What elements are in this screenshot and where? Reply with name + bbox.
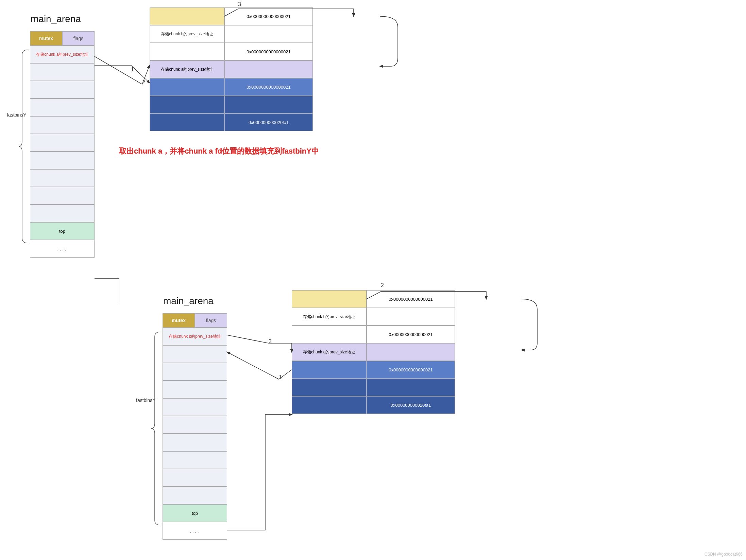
top-fastbin-row-5 xyxy=(30,134,95,152)
arrows-svg: 3 1 2 2 3 1 xyxy=(0,0,746,560)
bottom-chunk-r0-right: 0x0000000000000021 xyxy=(367,290,455,308)
bottom-chunk-r5-left xyxy=(292,379,367,396)
bottom-arena-header: mutex flags xyxy=(163,313,227,328)
top-chunk-r0-left xyxy=(150,7,224,25)
top-brace-svg xyxy=(19,50,31,243)
top-chunk-r3-right xyxy=(224,60,313,78)
bottom-fastbin-row-5 xyxy=(163,416,227,434)
top-fastbin-row-9 xyxy=(30,205,95,222)
bottom-top-row: top xyxy=(163,504,227,522)
top-chunk-r4-right: 0x0000000000000021 xyxy=(224,78,313,96)
top-fastbin-row-6 xyxy=(30,152,95,169)
bottom-chunk-r6-left xyxy=(292,396,367,414)
bottom-num-3: 3 xyxy=(269,338,272,344)
top-dots-row: .... xyxy=(30,240,95,258)
bottom-mutex-cell: mutex xyxy=(163,313,195,328)
top-arena-box: mutex flags 存储chunk a的prev_size地址 top ..… xyxy=(30,31,95,258)
desc-display: 取出chunk a，并将chunk a fd位置的数据填充到fastbinY中 xyxy=(119,146,319,156)
top-fastbin-row-7 xyxy=(30,169,95,187)
top-fastbin-row-1 xyxy=(30,63,95,81)
bottom-fastbin-row-7 xyxy=(163,451,227,469)
top-chunk-r4-left xyxy=(150,78,224,96)
main-diagram: main_arena mutex flags 存储chunk a的prev_si… xyxy=(0,0,746,560)
bottom-chunk-r1-left: 存储chunk b的prev_size地址 xyxy=(292,308,367,326)
top-fastbin-row-3 xyxy=(30,99,95,116)
bottom-fastbin-row-4 xyxy=(163,398,227,416)
top-num-3: 3 xyxy=(238,1,241,7)
bottom-chunk-r2-right: 0x0000000000000021 xyxy=(367,326,455,343)
top-chunk-block: 0x0000000000000021 存储chunk b的prev_size地址… xyxy=(150,7,313,131)
bottom-fastbin-row-3 xyxy=(163,381,227,398)
bottom-flags-cell: flags xyxy=(195,313,227,328)
bottom-chunk-r3-right xyxy=(367,343,455,361)
top-chunk-r0-right: 0x0000000000000021 xyxy=(224,7,313,25)
bottom-fastbin-row-2 xyxy=(163,363,227,381)
bottom-chunk-r4-right: 0x0000000000000021 xyxy=(367,361,455,379)
bottom-chunk-r1-right xyxy=(367,308,455,326)
top-fastbin-row-2 xyxy=(30,81,95,99)
bottom-chunk-r3-left: 存储chunk a的prev_size地址 xyxy=(292,343,367,361)
bottom-chunk-r6-right: 0x000000000020fa1 xyxy=(367,396,455,414)
bottom-fastbin-row-9 xyxy=(163,487,227,504)
top-top-row: top xyxy=(30,222,95,240)
bottom-chunk-r5-right xyxy=(367,379,455,396)
top-chunk-r1-right xyxy=(224,25,313,43)
top-fastbin-row-8 xyxy=(30,187,95,205)
top-chunk-r5-left xyxy=(150,96,224,113)
bottom-arena-box: mutex flags 存储chunk b的prev_size地址 top ..… xyxy=(163,313,227,540)
top-fastbin-row-4 xyxy=(30,116,95,134)
top-chunk-r2-right: 0x0000000000000021 xyxy=(224,43,313,60)
bottom-num-2: 2 xyxy=(381,282,384,288)
bottom-num-1: 1 xyxy=(279,374,282,380)
top-arena-header: mutex flags xyxy=(30,31,95,46)
bottom-arena-label: main_arena xyxy=(163,296,214,307)
top-num-1: 1 xyxy=(131,67,134,72)
watermark: CSDN @goodcat666 xyxy=(705,552,743,557)
top-num-2: 2 xyxy=(142,80,145,85)
bottom-chunk-r4-left xyxy=(292,361,367,379)
top-chunk-r1-left: 存储chunk b的prev_size地址 xyxy=(150,25,224,43)
top-chunk-r6-left xyxy=(150,113,224,131)
top-chunk-r5-right xyxy=(224,96,313,113)
bottom-fastbin-row-8 xyxy=(163,469,227,487)
top-flags-cell: flags xyxy=(62,31,95,46)
bottom-chunk-r2-left xyxy=(292,326,367,343)
top-chunk-r3-left: 存储chunk a的prev_size地址 xyxy=(150,60,224,78)
bottom-fastbin-row-6 xyxy=(163,434,227,451)
bottom-store-b-row: 存储chunk b的prev_size地址 xyxy=(163,328,227,345)
bottom-brace-svg xyxy=(151,332,163,525)
bottom-chunk-block: 0x0000000000000021 存储chunk b的prev_size地址… xyxy=(292,290,455,414)
top-mutex-cell: mutex xyxy=(30,31,62,46)
top-store-a-row: 存储chunk a的prev_size地址 xyxy=(30,46,95,63)
bottom-chunk-r0-left xyxy=(292,290,367,308)
top-chunk-r2-left xyxy=(150,43,224,60)
bottom-fastbin-row-1 xyxy=(163,345,227,363)
top-chunk-r6-right: 0x000000000020fa1 xyxy=(224,113,313,131)
bottom-dots-row: .... xyxy=(163,522,227,540)
top-arena-label: main_arena xyxy=(31,14,81,24)
